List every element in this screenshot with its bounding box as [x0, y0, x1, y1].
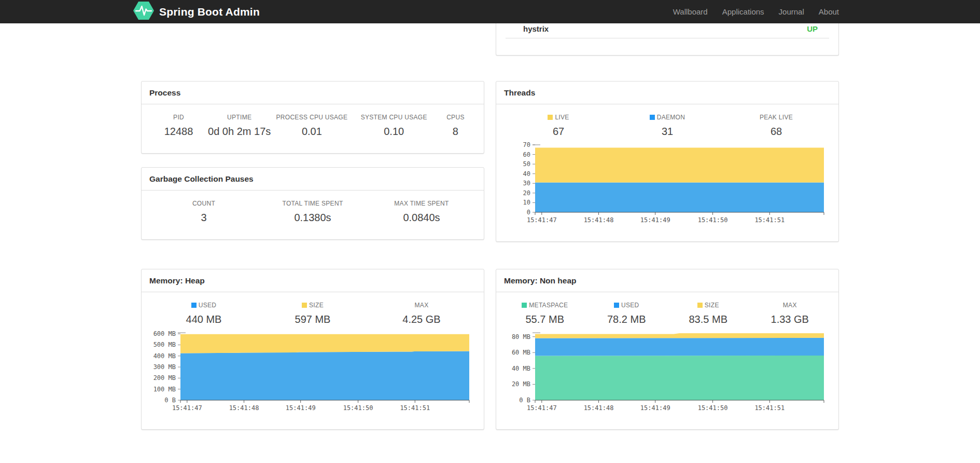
process-metrics: PID 12488 UPTIME 0d 0h 2m 17s PROCESS CP…: [149, 114, 476, 138]
brand[interactable]: Spring Boot Admin: [133, 1, 260, 22]
metric-pid: PID 12488: [149, 114, 208, 138]
legend-metaspace: METASPACE 55.7 MB: [504, 302, 586, 325]
svg-text:15:41:48: 15:41:48: [584, 404, 614, 412]
legend-value: 83.5 MB: [667, 314, 749, 325]
legend-label: LIVE: [504, 114, 613, 121]
threads-panel-title: Threads: [504, 88, 831, 98]
threads-panel: Threads LIVE 67 DAEMON 31 PEAK LIVE: [496, 81, 839, 242]
svg-text:300 MB: 300 MB: [153, 363, 176, 371]
legend-value: 78.2 MB: [586, 314, 668, 325]
legend-value: 31: [613, 126, 722, 138]
legend-label: MAX: [367, 302, 476, 309]
gc-metrics: COUNT 3 TOTAL TIME SPENT 0.1380s MAX TIM…: [149, 200, 476, 224]
svg-text:15:41:47: 15:41:47: [172, 404, 202, 412]
svg-text:40 MB: 40 MB: [512, 365, 530, 372]
svg-text:50: 50: [523, 160, 530, 168]
size-swatch-icon: [302, 303, 307, 308]
metric-system-cpu-usage: SYSTEM CPU USAGE 0.10: [353, 114, 435, 138]
legend-peak-live: PEAK LIVE 68: [722, 114, 831, 138]
legend-label: USED: [586, 302, 668, 309]
process-panel-title: Process: [149, 88, 476, 98]
legend-label: SIZE: [667, 302, 749, 309]
legend-daemon: DAEMON 31: [613, 114, 722, 138]
svg-text:15:41:50: 15:41:50: [698, 216, 728, 224]
svg-text:500 MB: 500 MB: [153, 341, 176, 348]
svg-text:15:41:48: 15:41:48: [229, 404, 259, 412]
metric-value: 8: [435, 126, 476, 138]
size-swatch-icon: [697, 303, 703, 308]
nav-link-wallboard[interactable]: Wallboard: [666, 0, 715, 23]
metric-value: 0.01: [271, 126, 353, 138]
svg-text:20: 20: [523, 189, 530, 197]
health-row-hystrix: hystrix UP: [506, 23, 829, 38]
memory-heap-heading: Memory: Heap: [142, 269, 484, 292]
gc-panel-title: Garbage Collection Pauses: [149, 174, 476, 184]
metric-process-cpu-usage: PROCESS CPU USAGE 0.01: [271, 114, 353, 138]
metric-label: PROCESS CPU USAGE: [271, 114, 353, 121]
metric-label: PID: [149, 114, 208, 121]
status-badge: UP: [807, 24, 818, 33]
legend-max: MAX 1.33 GB: [749, 302, 831, 325]
legend-value: 4.25 GB: [367, 314, 476, 325]
nonheap-legend: METASPACE 55.7 MB USED 78.2 MB SIZE 83.5…: [504, 302, 831, 325]
legend-value: 68: [722, 126, 831, 138]
spring-boot-admin-logo-icon: [133, 1, 154, 22]
metric-cpus: CPUS 8: [435, 114, 476, 138]
svg-text:15:41:51: 15:41:51: [754, 216, 785, 224]
health-panel-spacer: [496, 38, 838, 55]
legend-value: 440 MB: [149, 314, 258, 325]
legend-value: 67: [504, 126, 613, 138]
metric-label: SYSTEM CPU USAGE: [353, 114, 435, 121]
legend-value: 597 MB: [258, 314, 367, 325]
svg-text:15:41:49: 15:41:49: [640, 216, 670, 224]
process-panel: Process PID 12488 UPTIME 0d 0h 2m 17s: [141, 81, 484, 154]
legend-value: 55.7 MB: [504, 314, 586, 325]
svg-text:100 MB: 100 MB: [153, 386, 176, 393]
legend-label: USED: [149, 302, 258, 309]
metric-value: 12488: [149, 126, 208, 138]
metric-value: 0d 0h 2m 17s: [208, 126, 271, 138]
legend-size: SIZE 83.5 MB: [667, 302, 749, 325]
nav-link-applications[interactable]: Applications: [715, 0, 772, 23]
legend-label: SIZE: [258, 302, 367, 309]
nav-link-about[interactable]: About: [811, 0, 847, 23]
memory-nonheap-panel: Memory: Non heap METASPACE 55.7 MB USED …: [496, 269, 839, 430]
used-swatch-icon: [191, 303, 197, 308]
svg-text:0 B: 0 B: [519, 397, 530, 404]
svg-text:15:41:49: 15:41:49: [640, 404, 670, 412]
memory-nonheap-chart: 0 B20 MB40 MB60 MB80 MB15:41:4715:41:481…: [504, 330, 831, 421]
svg-text:15:41:47: 15:41:47: [527, 404, 557, 412]
svg-text:600 MB: 600 MB: [153, 330, 176, 337]
legend-label: MAX: [749, 302, 831, 309]
svg-text:15:41:50: 15:41:50: [698, 404, 728, 412]
metric-gc-total-time: TOTAL TIME SPENT 0.1380s: [258, 200, 367, 224]
legend-label: PEAK LIVE: [722, 114, 831, 121]
svg-text:400 MB: 400 MB: [153, 352, 176, 360]
threads-chart: 01020304050607015:41:4715:41:4815:41:491…: [504, 142, 831, 233]
health-panel: hystrix UP: [496, 23, 839, 56]
live-swatch-icon: [548, 115, 553, 120]
svg-text:15:41:47: 15:41:47: [527, 216, 557, 224]
metric-label: COUNT: [149, 200, 258, 207]
memory-heap-chart: 0 B100 MB200 MB300 MB400 MB500 MB600 MB1…: [149, 330, 476, 421]
daemon-swatch-icon: [650, 115, 655, 120]
svg-text:15:41:50: 15:41:50: [343, 404, 373, 412]
metric-value: 0.10: [353, 126, 435, 138]
process-panel-heading: Process: [142, 81, 484, 104]
svg-text:15:41:51: 15:41:51: [400, 404, 430, 412]
nav-links: Wallboard Applications Journal About: [666, 0, 847, 23]
gc-panel-heading: Garbage Collection Pauses: [142, 168, 484, 190]
svg-text:15:41:49: 15:41:49: [286, 404, 316, 412]
threads-panel-heading: Threads: [496, 81, 838, 104]
top-navbar: Spring Boot Admin Wallboard Applications…: [0, 0, 980, 23]
svg-text:200 MB: 200 MB: [153, 374, 176, 382]
metric-value: 0.0840s: [367, 212, 476, 224]
heap-legend: USED 440 MB SIZE 597 MB MAX 4.25 GB: [149, 302, 476, 325]
svg-text:15:41:51: 15:41:51: [754, 404, 785, 412]
svg-text:20 MB: 20 MB: [512, 380, 530, 388]
memory-heap-title: Memory: Heap: [149, 276, 476, 285]
svg-text:60: 60: [523, 151, 530, 158]
health-indicator-name: hystrix: [523, 24, 549, 33]
metric-label: CPUS: [435, 114, 476, 121]
nav-link-journal[interactable]: Journal: [772, 0, 811, 23]
